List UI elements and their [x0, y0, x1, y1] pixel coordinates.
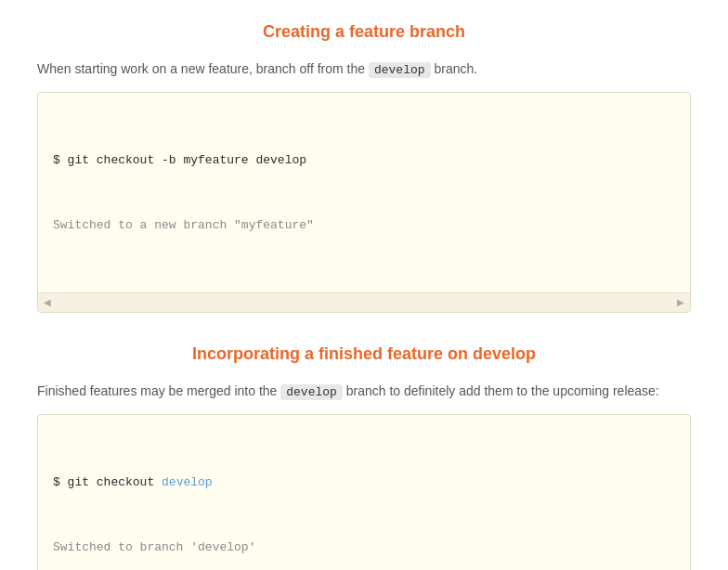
- section2-code-line2: Switched to branch 'develop': [53, 537, 675, 558]
- section1-code-content: $ git checkout -b myfeature develop Swit…: [53, 106, 675, 279]
- section2-code-scroll[interactable]: $ git checkout develop Switched to branc…: [38, 415, 690, 570]
- section1-title: Creating a feature branch: [37, 19, 691, 45]
- section2-desc-before: Finished features may be merged into the: [37, 383, 280, 398]
- section1-scrollbar[interactable]: ◀ ▶: [38, 292, 690, 312]
- section1-scroll-left[interactable]: ◀: [44, 295, 51, 310]
- section1-code-line2: Switched to a new branch "myfeature": [53, 214, 675, 236]
- section1-inline-code: develop: [369, 62, 431, 78]
- section1-code-line1: $ git checkout -b myfeature develop: [53, 149, 675, 171]
- section2-description: Finished features may be merged into the…: [37, 381, 691, 403]
- section1-desc-before: When starting work on a new feature, bra…: [37, 61, 369, 76]
- section2-title: Incorporating a finished feature on deve…: [37, 341, 691, 368]
- section1-description: When starting work on a new feature, bra…: [37, 58, 691, 81]
- section-incorporating-feature: Incorporating a finished feature on deve…: [37, 341, 691, 570]
- section1-code-scroll[interactable]: $ git checkout -b myfeature develop Swit…: [38, 93, 690, 292]
- section2-code-line1: $ git checkout develop: [53, 472, 675, 493]
- section1-desc-after: branch.: [431, 61, 478, 76]
- section1-scroll-right[interactable]: ▶: [677, 295, 684, 310]
- section1-code-block: $ git checkout -b myfeature develop Swit…: [37, 92, 691, 313]
- section2-inline-code: develop: [280, 384, 343, 400]
- section2-desc-after: branch to definitely add them to the upc…: [343, 383, 659, 398]
- section-creating-feature-branch: Creating a feature branch When starting …: [37, 19, 691, 313]
- section2-code-block: $ git checkout develop Switched to branc…: [37, 414, 691, 570]
- section2-code-content: $ git checkout develop Switched to branc…: [53, 428, 675, 570]
